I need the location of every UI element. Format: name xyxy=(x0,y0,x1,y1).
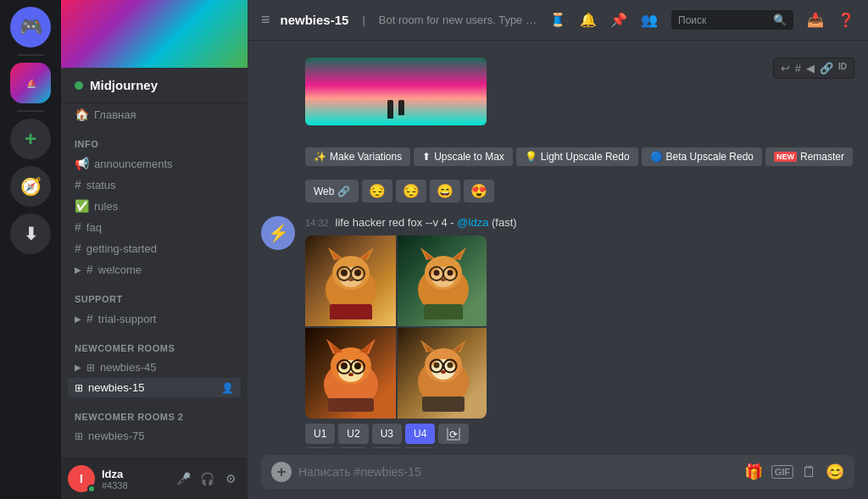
upscale-icon: ⬆ xyxy=(422,151,431,163)
sidebar-item-welcome[interactable]: ▶ # welcome xyxy=(68,259,241,280)
chevron-welcome: ▶ xyxy=(75,265,81,274)
beta-upscale-btn[interactable]: 🔵 Beta Upscale Redo xyxy=(642,147,762,166)
sound-action-icon[interactable]: ◀ xyxy=(806,62,815,75)
attach-button[interactable]: + xyxy=(271,462,292,482)
thread-action-icon[interactable]: # xyxy=(795,62,801,75)
fox-mention: @ldza xyxy=(457,216,488,229)
sidebar-item-newbies-45[interactable]: ▶ ⊞ newbies-45 xyxy=(68,358,241,377)
server-icon-download[interactable]: ⬇ xyxy=(10,213,51,254)
midjourney-logo: ⛵ xyxy=(26,79,36,88)
message-input-area: + 🎁 GIF 🗒 😊 xyxy=(248,448,868,499)
sidebar-item-announcements[interactable]: 📢 announcements xyxy=(68,153,241,174)
refresh-btn[interactable]: ⟳ xyxy=(438,424,469,444)
u1-btn[interactable]: U1 xyxy=(305,424,335,444)
category-chat[interactable]: CHAT xyxy=(61,446,248,457)
svg-point-10 xyxy=(341,269,348,276)
reply-action-icon[interactable]: ↩ xyxy=(781,62,790,75)
svg-point-49 xyxy=(433,362,439,368)
svg-point-23 xyxy=(433,269,439,275)
sparkle-icon: ✨ xyxy=(314,151,326,163)
svg-point-36 xyxy=(341,363,348,369)
emoji-love-btn[interactable]: 😍 xyxy=(464,180,494,202)
search-bar[interactable]: 🔍 xyxy=(671,10,793,30)
v4-btn[interactable]: V4 xyxy=(403,447,433,448)
notification-icon[interactable]: 🔔 xyxy=(580,12,597,28)
sidebar-item-rules[interactable]: ✅ rules xyxy=(68,196,241,216)
remaster-btn[interactable]: NEW Remaster xyxy=(765,147,853,166)
deafen-button[interactable]: 🎧 xyxy=(197,469,217,489)
category-newcomer-rooms2[interactable]: NEWCOMER ROOMS 2 xyxy=(61,398,248,425)
search-input[interactable] xyxy=(678,14,770,26)
sidebar-item-trial-support[interactable]: ▶ # trial-support xyxy=(68,308,241,329)
server-banner xyxy=(61,0,248,68)
add-icon: + xyxy=(25,127,36,151)
u2-btn[interactable]: U2 xyxy=(338,424,368,444)
emoji-sad-btn[interactable]: 😔 xyxy=(362,180,392,202)
sidebar-header: Midjourney xyxy=(61,68,248,103)
fox-image-grid xyxy=(305,236,487,419)
id-action-icon[interactable]: ID xyxy=(838,62,847,75)
category-info-label: INFO xyxy=(75,139,98,149)
svg-point-12 xyxy=(348,278,353,281)
emoji-picker-icon[interactable]: 😊 xyxy=(826,463,844,481)
sidebar-item-getting-started[interactable]: # getting-started xyxy=(68,238,241,258)
link-action-icon[interactable]: 🔗 xyxy=(820,62,833,75)
server-icon-add[interactable]: + xyxy=(10,119,51,159)
emoji-smile-btn[interactable]: 😄 xyxy=(430,180,460,202)
v1-btn[interactable]: V1 xyxy=(305,447,335,448)
external-link-icon: 🔗 xyxy=(337,186,350,197)
category-newcomer2-label: NEWCOMER ROOMS 2 xyxy=(75,412,183,422)
u4-btn[interactable]: U4 xyxy=(405,424,435,444)
svg-point-37 xyxy=(354,363,361,369)
server-icon-midjourney[interactable]: ⛵ xyxy=(10,63,51,103)
gif-icon[interactable]: GIF xyxy=(771,465,793,479)
category-newcomer-rooms[interactable]: NEWCOMER ROOMS xyxy=(61,330,248,357)
u3-btn[interactable]: U3 xyxy=(372,424,402,444)
svg-point-51 xyxy=(441,370,446,374)
fox-image-tl xyxy=(305,236,396,326)
sidebar-item-home[interactable]: 🏠 Главная xyxy=(68,104,241,125)
sticker-icon[interactable]: 🗒 xyxy=(802,463,817,481)
sidebar-item-faq[interactable]: # faq xyxy=(68,217,241,237)
channel-header-desc: Bot room for new users. Type /imagine th… xyxy=(379,14,539,26)
sidebar-item-status[interactable]: # status xyxy=(68,175,241,195)
download-icon: ⬇ xyxy=(24,224,38,244)
v2-btn[interactable]: V2 xyxy=(338,447,368,448)
category-newcomer-label: NEWCOMER ROOMS xyxy=(75,343,175,353)
server-name: Midjourney xyxy=(90,78,158,92)
check-icon-rules: ✅ xyxy=(75,199,89,213)
user-tag-display: #4338 xyxy=(102,480,166,491)
server-icon-explore[interactable]: 🧭 xyxy=(10,166,51,207)
svg-rect-52 xyxy=(422,396,465,412)
web-btn[interactable]: Web 🔗 xyxy=(305,180,359,202)
v3-btn[interactable]: V3 xyxy=(370,447,400,448)
emoji-pensive-btn[interactable]: 😔 xyxy=(396,180,426,202)
help-icon[interactable]: ❓ xyxy=(837,12,854,28)
pin-icon[interactable]: 📌 xyxy=(610,12,627,28)
forum-icon-n75: ⊞ xyxy=(75,430,83,442)
make-variations-btn[interactable]: ✨ ✨ Make Variations Make Variations xyxy=(305,147,410,166)
category-info[interactable]: INFO xyxy=(61,125,248,152)
settings-button[interactable]: ⚙ xyxy=(220,469,241,489)
user-panel: I Idza #4338 🎤 🎧 ⚙ xyxy=(61,457,248,499)
nitro-gift-icon[interactable]: 🎁 xyxy=(744,463,763,481)
sidebar-item-newbies-15[interactable]: ⊞ newbies-15 👤 xyxy=(68,378,241,397)
thread-icon[interactable]: 🧵 xyxy=(549,12,566,28)
sidebar-item-newbies-75[interactable]: ⊞ newbies-75 xyxy=(68,426,241,446)
mute-button[interactable]: 🎤 xyxy=(173,469,193,489)
fox-image-br xyxy=(398,328,487,419)
v-buttons: V1 V2 V3 V4 xyxy=(305,447,854,448)
members-icon[interactable]: 👥 xyxy=(641,12,658,28)
light-upscale-btn[interactable]: 💡 Light Upscale Redo xyxy=(516,147,638,166)
fox-image-bl xyxy=(305,328,396,419)
chevron-trial: ▶ xyxy=(75,314,81,324)
server-bar: 🎮 ⛵ + 🧭 ⬇ xyxy=(0,0,61,499)
svg-rect-39 xyxy=(328,398,374,412)
upscale-max-btn[interactable]: ⬆ Upscale to Max xyxy=(414,147,513,166)
discord-logo: 🎮 xyxy=(19,16,42,38)
server-icon-home[interactable]: 🎮 xyxy=(10,7,51,47)
inbox-icon[interactable]: 📥 xyxy=(807,12,824,28)
fox-msg-avatar: ⚡ xyxy=(261,216,295,250)
message-input[interactable] xyxy=(298,465,737,479)
category-support[interactable]: SUPPORT xyxy=(61,280,248,308)
